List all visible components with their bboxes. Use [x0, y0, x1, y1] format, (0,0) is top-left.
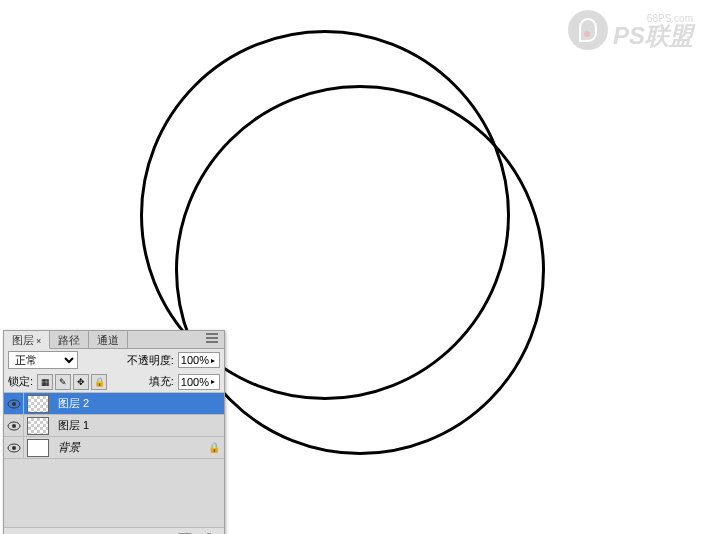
layer-item[interactable]: 图层 2 [4, 393, 224, 415]
lock-pixels-icon[interactable]: ✎ [55, 374, 71, 390]
blend-opacity-row: 正常 不透明度: 100% ▸ [4, 349, 224, 371]
circle-shape-2 [175, 85, 545, 455]
layer-thumbnail [27, 395, 49, 413]
link-layers-icon[interactable]: ⇔ [10, 531, 28, 535]
panel-tabs: 图层× 路径 通道 [4, 331, 224, 349]
lock-icon: 🔒 [204, 442, 224, 453]
opacity-input[interactable]: 100% ▸ [178, 352, 220, 368]
eye-icon [7, 421, 21, 431]
eye-icon [7, 399, 21, 409]
svg-point-3 [12, 424, 16, 428]
layer-name[interactable]: 背景 [52, 440, 204, 455]
layers-list: 图层 2 图层 1 背景 🔒 [4, 393, 224, 527]
lock-position-icon[interactable]: ✥ [73, 374, 89, 390]
visibility-toggle[interactable] [4, 393, 24, 414]
layer-item[interactable]: 图层 1 [4, 415, 224, 437]
mask-icon[interactable]: ◐ [104, 531, 122, 535]
watermark: 68PS.com PS联盟 [568, 10, 693, 50]
tab-paths[interactable]: 路径 [50, 331, 89, 348]
lock-fill-row: 锁定: ▦ ✎ ✥ 🔒 填充: 100% ▸ [4, 371, 224, 393]
layer-name[interactable]: 图层 2 [52, 396, 224, 411]
visibility-toggle[interactable] [4, 437, 24, 458]
svg-point-1 [12, 402, 16, 406]
adjustment-icon[interactable]: ◑ [128, 531, 146, 535]
blend-mode-select[interactable]: 正常 [8, 351, 78, 369]
fx-icon[interactable]: fx▾ [80, 531, 98, 535]
panel-footer: ⇔ fx▾ ◐ ◑ ▢ [4, 527, 224, 534]
watermark-brand: PS联盟 [613, 24, 693, 48]
trash-icon[interactable] [200, 531, 218, 535]
svg-point-5 [12, 446, 16, 450]
panel-menu-icon[interactable] [200, 331, 224, 348]
layer-thumbnail [27, 439, 49, 457]
lock-all-icon[interactable]: 🔒 [91, 374, 107, 390]
layers-panel: 图层× 路径 通道 正常 不透明度: 100% ▸ 锁定: ▦ ✎ ✥ 🔒 填充… [3, 330, 225, 534]
watermark-logo [568, 10, 608, 50]
fill-input[interactable]: 100% ▸ [178, 374, 220, 390]
lock-transparency-icon[interactable]: ▦ [37, 374, 53, 390]
new-layer-icon[interactable] [176, 531, 194, 535]
tab-layers[interactable]: 图层× [4, 331, 50, 349]
opacity-value: 100% [181, 354, 209, 366]
layer-item[interactable]: 背景 🔒 [4, 437, 224, 459]
eye-icon [7, 443, 21, 453]
visibility-toggle[interactable] [4, 415, 24, 436]
chevron-right-icon[interactable]: ▸ [209, 356, 217, 365]
opacity-label: 不透明度: [127, 353, 174, 368]
layer-name[interactable]: 图层 1 [52, 418, 224, 433]
chevron-right-icon[interactable]: ▸ [209, 377, 217, 386]
fill-label: 填充: [149, 374, 174, 389]
empty-area [4, 459, 224, 527]
layer-thumbnail [27, 417, 49, 435]
group-icon[interactable]: ▢ [152, 531, 170, 535]
tab-layers-label: 图层 [12, 334, 34, 346]
lock-label: 锁定: [8, 374, 33, 389]
close-icon[interactable]: × [36, 336, 41, 346]
tab-channels[interactable]: 通道 [89, 331, 128, 348]
fill-value: 100% [181, 376, 209, 388]
